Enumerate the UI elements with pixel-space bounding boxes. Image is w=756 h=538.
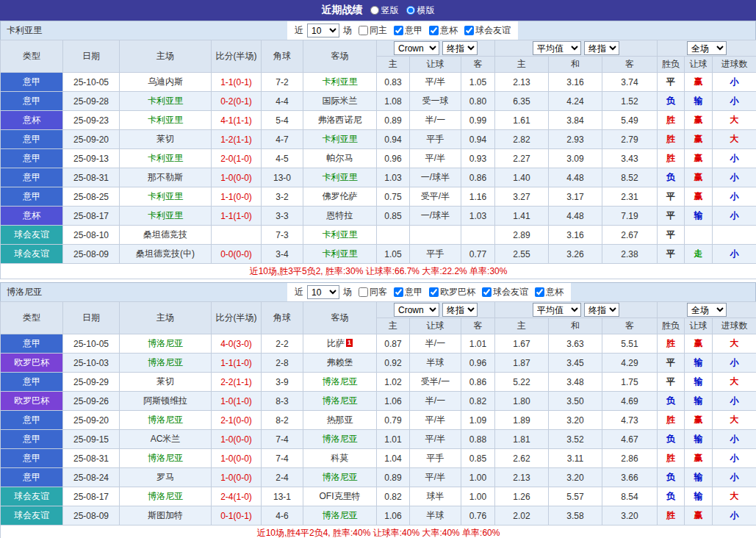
odds-type-select[interactable]: 终指 (442, 303, 478, 317)
goals-result-cell: 小 (713, 187, 756, 207)
league-filter-checkbox[interactable] (464, 26, 474, 35)
avg-company-select[interactable]: 平均值 (533, 41, 581, 55)
layout-option-horizontal[interactable]: 横版 (406, 4, 435, 17)
league-filter-checkbox[interactable] (394, 287, 403, 297)
league-filter[interactable]: 欧罗巴杯 (425, 286, 475, 298)
avg-home-odds-cell: 1.87 (495, 354, 549, 373)
handicap-home-odds-cell: 1.04 (377, 449, 410, 468)
corner-cell: 3-9 (262, 373, 303, 392)
avg-home-odds-cell: 1.89 (495, 411, 549, 430)
team-name: 卡利亚里 (1, 21, 287, 40)
same-venue-filter[interactable]: 同客 (354, 286, 387, 298)
score-cell: 4-1(1-1) (212, 111, 262, 130)
home-team-cell: 博洛尼亚 (120, 334, 212, 354)
league-filter-checkbox[interactable] (429, 26, 439, 35)
handicap-line-cell: 受一球 (410, 92, 461, 111)
handicap-away-odds-cell: 0.86 (461, 373, 495, 392)
handicap-away-odds-cell: 0.86 (461, 168, 495, 187)
league-filter[interactable]: 意杯 (425, 24, 458, 37)
handicap-home-odds-cell: 0.82 (377, 487, 410, 506)
col-header: 主场 (120, 40, 212, 73)
recent-count-select[interactable]: 10 (307, 285, 339, 299)
horizontal-layout-radio[interactable] (406, 6, 415, 15)
same-venue-filter[interactable]: 同主 (354, 24, 387, 37)
handicap-away-odds-cell: 1.03 (461, 207, 495, 226)
avg-away-odds-cell: 4.67 (602, 430, 658, 449)
match-row: 意杯25-08-17卡利亚里1-1(1-0)3-3恩特拉0.85一/球半1.03… (1, 207, 756, 226)
odds-company-select[interactable]: Crown (394, 303, 439, 317)
league-filter[interactable]: 意甲 (389, 24, 422, 37)
same-venue-filter-checkbox[interactable] (359, 287, 368, 297)
match-row: 意甲25-09-13卡利亚里2-0(1-0)4-5帕尔马0.96平/半0.932… (1, 149, 756, 168)
bar-filler (571, 283, 755, 301)
date-cell: 25-08-25 (63, 187, 120, 207)
odds-company-select[interactable]: Crown (394, 41, 439, 55)
score-cell: 2-1(0-0) (212, 411, 262, 430)
avg-type-select[interactable]: 终指 (584, 303, 619, 317)
avg-home-odds-cell: 2.13 (495, 73, 549, 92)
scope-header: 全场 (658, 302, 756, 318)
handicap-away-odds-cell: 1.09 (461, 411, 495, 430)
league-filter[interactable]: 意杯 (530, 286, 564, 298)
league-filter[interactable]: 意甲 (389, 286, 422, 298)
away-team-cell: 卡利亚里 (303, 245, 377, 264)
wdl-result-cell: 平 (658, 187, 685, 207)
date-cell: 25-08-17 (63, 487, 120, 506)
league-filter-checkbox[interactable] (394, 26, 403, 35)
away-team-cell: 比萨1 (303, 334, 377, 354)
league-filter-checkbox[interactable] (482, 287, 492, 297)
handicap-line-cell: 一/球半 (410, 207, 461, 226)
handicap-line-cell: 受平/半 (410, 187, 461, 207)
vertical-layout-radio[interactable] (370, 6, 379, 15)
layout-option-vertical[interactable]: 竖版 (370, 4, 399, 17)
same-venue-filter-checkbox[interactable] (359, 26, 368, 35)
goals-result-cell: 大 (713, 130, 756, 149)
avg-type-select[interactable]: 终指 (584, 41, 619, 55)
sub-col-header: 主 (377, 57, 410, 73)
sub-col-header: 让球 (685, 318, 713, 334)
league-filter-checkbox[interactable] (535, 287, 544, 297)
handicap-result-cell: 走 (685, 245, 713, 264)
corner-cell: 4-6 (262, 506, 303, 526)
handicap-home-odds-cell: 0.89 (377, 111, 410, 130)
match-row: 意甲25-09-20莱切1-2(1-1)4-7卡利亚里0.94平手0.942.8… (1, 130, 756, 149)
match-row: 意甲25-10-05博洛尼亚4-0(3-0)2-2比萨10.87半/一1.011… (1, 334, 756, 354)
home-team-cell: 桑坦德竞技(中) (120, 245, 212, 264)
match-row: 意甲25-09-29莱切2-2(1-1)3-9博洛尼亚1.02受半/一0.865… (1, 373, 756, 392)
handicap-result-cell (685, 226, 713, 245)
sub-col-header: 主 (495, 318, 549, 334)
handicap-home-odds-cell: 0.75 (377, 187, 410, 207)
scope-select[interactable]: 全场 (687, 41, 727, 55)
league-filter[interactable]: 球会友谊 (478, 286, 528, 298)
avg-home-odds-cell: 2.62 (495, 449, 549, 468)
handicap-result-cell: 输 (685, 354, 713, 373)
league-filter-checkbox[interactable] (429, 287, 439, 297)
score-cell: 1-0(1-0) (212, 392, 262, 411)
score-cell: 1-0(0-0) (212, 430, 262, 449)
away-team-cell: 博洛尼亚 (303, 430, 377, 449)
handicap-away-odds-cell: 1.05 (461, 73, 495, 92)
goals-result-cell: 大 (713, 373, 756, 392)
score-cell: 2-4(1-0) (212, 487, 262, 506)
avg-draw-odds-cell: 3.16 (549, 73, 602, 92)
home-team-cell: 卡利亚里 (120, 187, 212, 207)
league-cell: 意甲 (1, 468, 63, 487)
recent-count-select[interactable]: 10 (307, 24, 339, 37)
avg-away-odds-cell: 4.73 (602, 411, 658, 430)
home-team-cell: 莱切 (120, 373, 212, 392)
handicap-result-cell: 赢 (685, 168, 713, 187)
avg-company-select[interactable]: 平均值 (533, 303, 581, 317)
avg-draw-odds-cell: 4.48 (549, 207, 602, 226)
match-row: 意甲25-08-31那不勒斯1-0(0-0)13-0卡利亚里1.03一/球半0.… (1, 168, 756, 187)
handicap-away-odds-cell: 1.01 (461, 334, 495, 354)
match-row: 欧罗巴杯25-10-03博洛尼亚1-1(1-0)2-8弗赖堡0.92半球0.96… (1, 354, 756, 373)
home-team-cell: 阿斯顿维拉 (120, 392, 212, 411)
corner-cell: 2-8 (262, 354, 303, 373)
league-filter[interactable]: 球会友谊 (460, 24, 511, 37)
scope-select[interactable]: 全场 (687, 303, 727, 317)
home-team-cell: 卡利亚里 (120, 111, 212, 130)
league-cell: 意甲 (1, 187, 63, 207)
avg-away-odds-cell: 3.74 (602, 73, 658, 92)
handicap-home-odds-cell: 0.94 (377, 130, 410, 149)
odds-type-select[interactable]: 终指 (442, 41, 478, 55)
